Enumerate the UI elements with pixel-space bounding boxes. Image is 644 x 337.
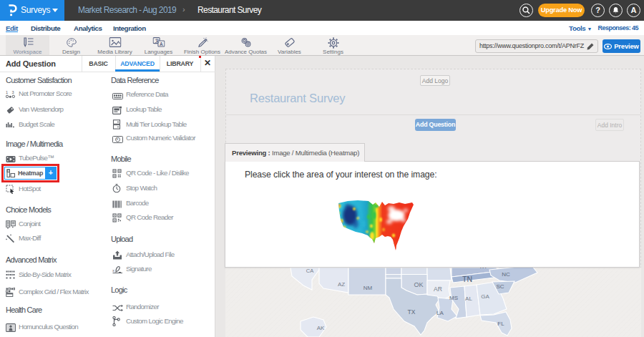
svg-text:*: * bbox=[117, 137, 119, 142]
svg-text:A: A bbox=[160, 41, 163, 47]
svg-text:AL: AL bbox=[465, 296, 472, 302]
svg-text:NM: NM bbox=[364, 285, 373, 291]
svg-text:1: 1 bbox=[6, 90, 8, 94]
svg-text:AK: AK bbox=[317, 325, 325, 331]
svg-text:文: 文 bbox=[154, 38, 159, 43]
svg-text:SC: SC bbox=[496, 283, 504, 290]
svg-text:GA: GA bbox=[481, 293, 489, 300]
svg-text:CA: CA bbox=[306, 268, 313, 274]
svg-text:AZ: AZ bbox=[338, 281, 345, 288]
svg-text:x: x bbox=[112, 268, 114, 273]
svg-text:FL: FL bbox=[497, 321, 504, 327]
svg-text:KY: KY bbox=[480, 268, 488, 270]
svg-text:AR: AR bbox=[434, 285, 442, 293]
svg-text:3: 3 bbox=[12, 90, 14, 94]
svg-text:OK: OK bbox=[414, 281, 423, 288]
svg-text:TN: TN bbox=[462, 275, 472, 283]
svg-text:MS: MS bbox=[449, 295, 458, 301]
svg-text:TX: TX bbox=[408, 308, 416, 316]
svg-text:NC: NC bbox=[502, 271, 510, 278]
svg-text:LA: LA bbox=[436, 310, 444, 316]
